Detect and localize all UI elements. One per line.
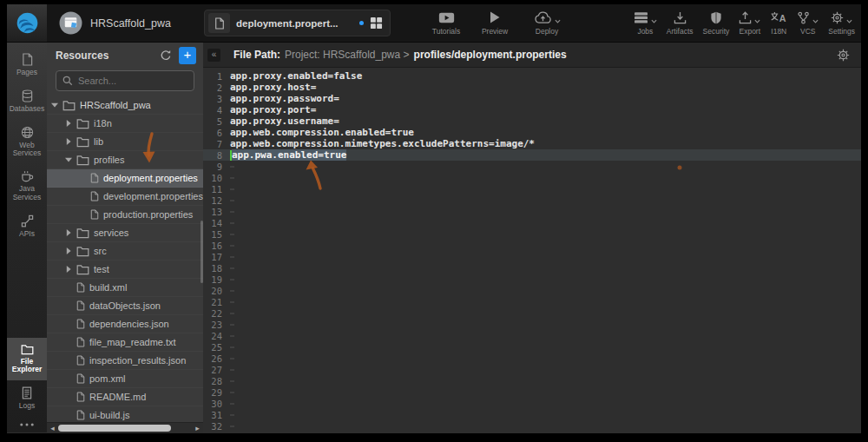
tree-item-pom-xml[interactable]: pom.xml bbox=[47, 370, 203, 388]
scroll-left-icon[interactable]: ◂ bbox=[47, 423, 58, 433]
rail-item-databases[interactable]: Databases bbox=[7, 83, 47, 120]
vertical-scrollbar-thumb[interactable] bbox=[201, 221, 203, 283]
rail-item-java-services[interactable]: Java Services bbox=[7, 164, 47, 208]
code-line-17[interactable]: 17 bbox=[203, 251, 861, 262]
code-line-11[interactable]: 11 bbox=[203, 183, 861, 195]
file-icon bbox=[76, 319, 85, 329]
caret-right-icon[interactable] bbox=[64, 266, 72, 273]
rail-item-pages[interactable]: Pages bbox=[7, 47, 47, 83]
rail-item-logs[interactable]: Logs bbox=[7, 380, 47, 417]
tree-item-profiles[interactable]: profiles bbox=[47, 151, 203, 169]
scroll-right-icon[interactable]: ▸ bbox=[192, 423, 203, 433]
caret-right-icon[interactable] bbox=[64, 138, 72, 145]
vcs-button[interactable]: VCS bbox=[797, 10, 819, 36]
code-line-25[interactable]: 25 bbox=[203, 341, 861, 353]
security-button[interactable]: Security bbox=[703, 10, 730, 36]
tree-item-services[interactable]: services bbox=[47, 224, 203, 242]
code-line-13[interactable]: 13 bbox=[203, 206, 861, 217]
project-switcher[interactable]: HRScaffold_pwa bbox=[59, 4, 171, 42]
caret-down-icon[interactable] bbox=[50, 102, 58, 108]
search-box[interactable] bbox=[56, 70, 194, 91]
grid-icon[interactable] bbox=[370, 16, 383, 30]
artifacts-button[interactable]: Artifacts bbox=[667, 10, 694, 36]
tree-item-hrscaffold-pwa[interactable]: HRScaffold_pwa bbox=[47, 96, 203, 115]
editor-settings-gear-icon[interactable] bbox=[837, 49, 850, 62]
wavemaker-logo-icon[interactable] bbox=[7, 4, 47, 42]
tutorials-button[interactable]: Tutorials bbox=[425, 10, 467, 36]
tree-item-development-properties[interactable]: development.properties bbox=[47, 188, 203, 206]
code-line-20[interactable]: 20 bbox=[203, 285, 861, 296]
line-number: 31 bbox=[203, 410, 230, 420]
code-line-4[interactable]: 4app.proxy.port= bbox=[203, 104, 861, 115]
tree-item-build-xml[interactable]: build.xml bbox=[47, 279, 203, 297]
code-editor[interactable]: 1app.proxy.enabled=false2app.proxy.host=… bbox=[203, 68, 861, 432]
code-line-23[interactable]: 23 bbox=[203, 319, 861, 330]
folder-icon bbox=[62, 100, 76, 111]
code-line-27[interactable]: 27 bbox=[203, 364, 861, 375]
code-line-3[interactable]: 3app.proxy.password= bbox=[203, 93, 861, 104]
add-resource-button[interactable]: + bbox=[179, 47, 196, 64]
search-input[interactable] bbox=[78, 76, 187, 86]
code-line-26[interactable]: 26 bbox=[203, 353, 861, 364]
i18n-label: I18N bbox=[771, 27, 786, 36]
code-line-19[interactable]: 19 bbox=[203, 274, 861, 285]
rail-item-web-services[interactable]: Web Services bbox=[7, 120, 47, 165]
code-line-7[interactable]: 7app.web.compression.mimetypes.excludePa… bbox=[203, 138, 861, 149]
code-line-32[interactable]: 32 bbox=[203, 420, 861, 432]
code-line-33[interactable]: 33 bbox=[203, 432, 861, 432]
code-line-21[interactable]: 21 bbox=[203, 296, 861, 307]
scrollbar-thumb[interactable] bbox=[58, 425, 171, 432]
code-line-22[interactable]: 22 bbox=[203, 307, 861, 319]
code-line-16[interactable]: 16 bbox=[203, 240, 861, 251]
tree-item-dataobjects-json[interactable]: dataObjects.json bbox=[47, 297, 203, 315]
code-line-15[interactable]: 15 bbox=[203, 228, 861, 240]
branch-icon bbox=[797, 11, 810, 24]
code-line-24[interactable]: 24 bbox=[203, 330, 861, 341]
tree-item-ui-build-js[interactable]: ui-build.js bbox=[47, 406, 203, 422]
code-line-10[interactable]: 10 bbox=[203, 172, 861, 183]
topbar: HRScaffold_pwa deployment.propert... Tut… bbox=[7, 4, 861, 43]
i18n-button[interactable]: AI18N bbox=[770, 10, 787, 36]
jobs-button[interactable]: Jobs bbox=[634, 10, 657, 36]
tree-item-test[interactable]: test bbox=[47, 261, 203, 279]
collapse-panel-button[interactable]: « bbox=[207, 49, 220, 62]
folder-icon bbox=[76, 264, 89, 275]
code-line-2[interactable]: 2app.proxy.host= bbox=[203, 82, 861, 93]
tree-item-src[interactable]: src bbox=[47, 242, 203, 261]
deploy-button[interactable]: Deploy bbox=[523, 10, 571, 36]
tree-item-deployment-properties[interactable]: deployment.properties bbox=[47, 169, 203, 188]
tree-item-lib[interactable]: lib bbox=[47, 133, 203, 151]
settings-button[interactable]: Settings bbox=[828, 10, 855, 36]
caret-right-icon[interactable] bbox=[64, 229, 72, 236]
tree-item-readme-md[interactable]: README.md bbox=[47, 388, 203, 406]
code-line-28[interactable]: 28 bbox=[203, 375, 861, 386]
code-line-1[interactable]: 1app.proxy.enabled=false bbox=[203, 70, 861, 82]
tree-item-dependencies-json[interactable]: dependencies.json bbox=[47, 315, 203, 333]
code-line-18[interactable]: 18 bbox=[203, 262, 861, 274]
code-line-6[interactable]: 6app.web.compression.enabled=true bbox=[203, 127, 861, 138]
rail-item-more[interactable] bbox=[7, 417, 47, 432]
code-line-5[interactable]: 5app.proxy.username= bbox=[203, 115, 861, 127]
code-line-14[interactable]: 14 bbox=[203, 217, 861, 228]
code-line-30[interactable]: 30 bbox=[203, 398, 861, 409]
caret-right-icon[interactable] bbox=[64, 247, 72, 254]
caret-right-icon[interactable] bbox=[64, 120, 72, 127]
code-line-8[interactable]: 8app.pwa.enabled=true bbox=[203, 149, 861, 161]
preview-button[interactable]: Preview bbox=[474, 10, 516, 36]
line-number: 12 bbox=[203, 195, 230, 206]
code-line-12[interactable]: 12 bbox=[203, 195, 861, 206]
tree-item-file-map-readme-txt[interactable]: file_map_readme.txt bbox=[47, 333, 203, 352]
code-line-9[interactable]: 9 bbox=[203, 161, 861, 172]
caret-down-icon[interactable] bbox=[64, 157, 72, 162]
code-line-29[interactable]: 29 bbox=[203, 386, 861, 398]
rail-item-apis[interactable]: APIs bbox=[7, 208, 47, 245]
horizontal-scrollbar[interactable]: ◂ ▸ bbox=[47, 422, 203, 432]
tree-item-inspection-results-json[interactable]: inspection_results.json bbox=[47, 352, 203, 370]
tab-deployment-properties[interactable]: deployment.propert... bbox=[204, 10, 391, 36]
tree-item-production-properties[interactable]: production.properties bbox=[47, 206, 203, 224]
tree-item-i18n[interactable]: i18n bbox=[47, 115, 203, 133]
rail-item-file-explorer[interactable]: File Explorer bbox=[7, 338, 47, 381]
code-line-31[interactable]: 31 bbox=[203, 409, 861, 420]
export-button[interactable]: Export bbox=[739, 10, 760, 36]
refresh-icon[interactable] bbox=[160, 49, 172, 62]
